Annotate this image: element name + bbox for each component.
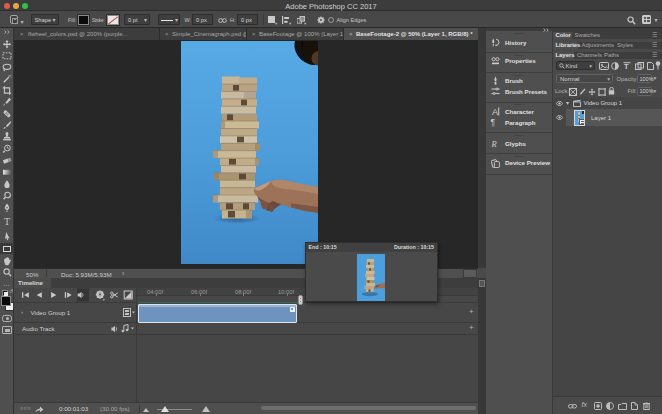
svg-text:R: R: [491, 139, 498, 148]
svg-text:A: A: [492, 107, 498, 116]
svg-text:T: T: [4, 216, 10, 227]
svg-text:T: T: [624, 62, 629, 70]
